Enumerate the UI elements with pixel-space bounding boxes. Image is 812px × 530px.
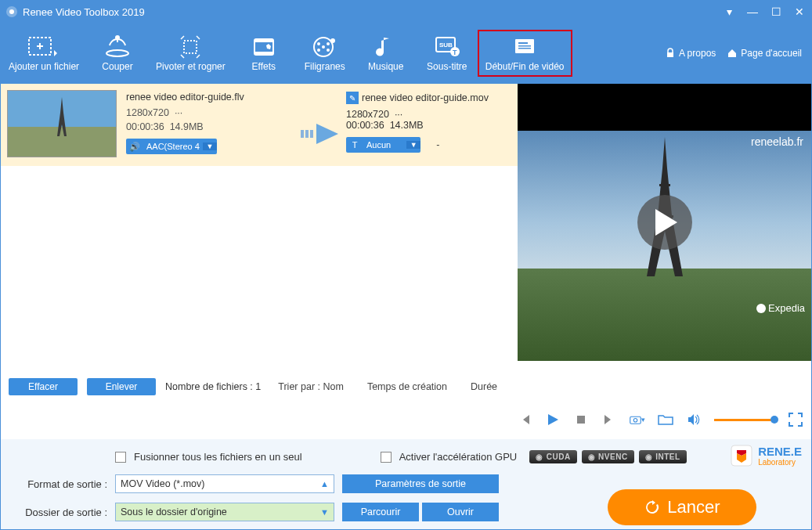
svg-rect-7 [254, 39, 273, 42]
play-icon [655, 209, 679, 236]
source-file-info: renee video editor-guide.flv 1280x720 ··… [117, 84, 298, 166]
speaker-icon: 🔊 [126, 142, 143, 152]
rotate-crop-icon [176, 33, 204, 61]
chevron-down-icon[interactable]: ▼ [203, 142, 217, 150]
svg-point-14 [322, 45, 325, 49]
gpu-label: Activer l'accélération GPU [399, 451, 518, 463]
open-folder-button[interactable] [658, 412, 673, 427]
watermarks-button[interactable]: Filigranes [294, 30, 355, 77]
svg-text:SUB: SUB [439, 41, 453, 49]
start-end-button[interactable]: Début/Fin de vidéo [478, 30, 572, 77]
main-toolbar: Ajouter un fichier Couper Pivoter et rog… [1, 23, 811, 84]
renee-logo: RENE.ELaboratory [730, 444, 802, 467]
svg-rect-26 [305, 130, 309, 138]
sort-duration[interactable]: Durée [471, 381, 497, 392]
clear-button[interactable]: Effacer [9, 378, 78, 395]
bottom-panel: RENE.ELaboratory Fusionner tous les fich… [1, 439, 811, 530]
sort-name[interactable]: Nom [323, 381, 343, 392]
renee-shield-icon [730, 444, 753, 467]
preview-area: reneelab.fr Expedia [518, 84, 811, 361]
play-control-button[interactable] [545, 412, 561, 427]
text-icon: T [346, 140, 363, 150]
chevron-up-icon: ▲ [320, 479, 329, 489]
add-file-icon [27, 33, 60, 61]
browse-button[interactable]: Parcourir [342, 503, 419, 521]
cut-button[interactable]: Couper [87, 30, 148, 77]
snapshot-button[interactable]: ▾ [630, 412, 645, 427]
svg-rect-32 [630, 416, 641, 424]
svg-point-15 [330, 38, 335, 43]
cut-icon [103, 33, 132, 61]
volume-button[interactable] [686, 412, 702, 427]
watermarks-icon [311, 33, 339, 61]
folder-label: Dossier de sortie : [15, 507, 107, 518]
maximize-window-button[interactable]: ☐ [769, 5, 783, 19]
effects-icon [250, 33, 278, 61]
cuda-badge: ◉ CUDA [529, 450, 576, 463]
file-row[interactable]: renee video editor-guide.flv 1280x720 ··… [1, 84, 518, 166]
target-file-name: renee video editor-guide.mov [362, 92, 489, 103]
svg-rect-5 [184, 41, 197, 53]
svg-point-13 [327, 49, 330, 52]
minimize-window-button[interactable]: — [745, 5, 760, 19]
audio-badge[interactable]: 🔊 AAC(Stereo 4 ▼ [126, 139, 217, 154]
subtitle-button[interactable]: SUBT Sous-titre [417, 30, 478, 77]
svg-point-33 [633, 419, 637, 423]
home-link[interactable]: Page d'accueil [727, 48, 802, 59]
file-count: Nombre de fichiers : 1 [165, 381, 261, 392]
edit-icon[interactable]: ✎ [346, 92, 359, 104]
intel-badge: ◉ INTEL [639, 450, 687, 463]
file-thumbnail [7, 90, 117, 157]
merge-checkbox[interactable] [115, 452, 126, 463]
music-button[interactable]: Musique [355, 30, 417, 77]
merge-label: Fusionner tous les fichiers en un seul [134, 451, 302, 463]
start-end-icon [511, 33, 539, 61]
target-file-info: ✎ renee video editor-guide.mov 1280x720 … [343, 84, 518, 166]
svg-point-11 [327, 42, 330, 45]
volume-slider[interactable] [714, 419, 775, 421]
close-window-button[interactable]: ✕ [792, 5, 807, 19]
next-button[interactable] [601, 412, 617, 427]
svg-rect-31 [577, 416, 585, 424]
add-file-button[interactable]: Ajouter un fichier [1, 30, 87, 77]
preview-watermark: reneelab.fr [751, 135, 803, 148]
music-icon [374, 33, 398, 61]
gpu-checkbox[interactable] [381, 452, 392, 463]
chevron-down-icon: ▼ [320, 507, 329, 517]
stop-button[interactable] [573, 412, 589, 427]
file-list-area: renee video editor-guide.flv 1280x720 ··… [1, 84, 518, 400]
chevron-down-icon[interactable]: ▼ [406, 141, 420, 149]
folder-select[interactable]: Sous le dossier d'origine ▼ [115, 503, 334, 521]
open-button[interactable]: Ouvrir [422, 503, 499, 521]
svg-point-1 [9, 9, 14, 14]
prev-button[interactable] [517, 412, 532, 427]
nvenc-badge: ◉ NVENC [582, 450, 634, 463]
sort-time[interactable]: Temps de création [367, 381, 447, 392]
rotate-crop-button[interactable]: Pivoter et rogner [148, 30, 233, 77]
text-badge[interactable]: T Aucun ▼ [346, 137, 420, 153]
home-icon [727, 48, 738, 59]
fullscreen-button[interactable] [788, 412, 803, 427]
play-button[interactable] [637, 195, 692, 250]
svg-text:T: T [453, 49, 457, 56]
svg-rect-25 [301, 130, 304, 138]
svg-rect-28 [659, 184, 670, 186]
format-select[interactable]: MOV Video (*.mov) ▲ [115, 474, 334, 493]
refresh-icon [644, 499, 661, 516]
svg-rect-27 [310, 130, 313, 138]
svg-point-3 [106, 50, 128, 56]
remove-button[interactable]: Enlever [87, 378, 156, 395]
subtitle-icon: SUBT [433, 33, 461, 61]
launch-button[interactable]: Lancer [608, 489, 756, 525]
svg-rect-22 [518, 45, 531, 47]
svg-rect-21 [518, 42, 528, 44]
effects-button[interactable]: Effets [233, 30, 294, 77]
app-title: Renee Video Toolbox 2019 [23, 6, 722, 18]
params-button[interactable]: Paramètres de sortie [342, 474, 499, 493]
about-link[interactable]: A propos [665, 48, 716, 59]
conversion-arrow-icon [298, 101, 343, 166]
title-bar: Renee Video Toolbox 2019 ▾ — ☐ ✕ [1, 1, 811, 23]
dropdown-window-button[interactable]: ▾ [722, 5, 736, 19]
app-logo-icon [5, 5, 18, 18]
svg-point-10 [317, 42, 320, 45]
